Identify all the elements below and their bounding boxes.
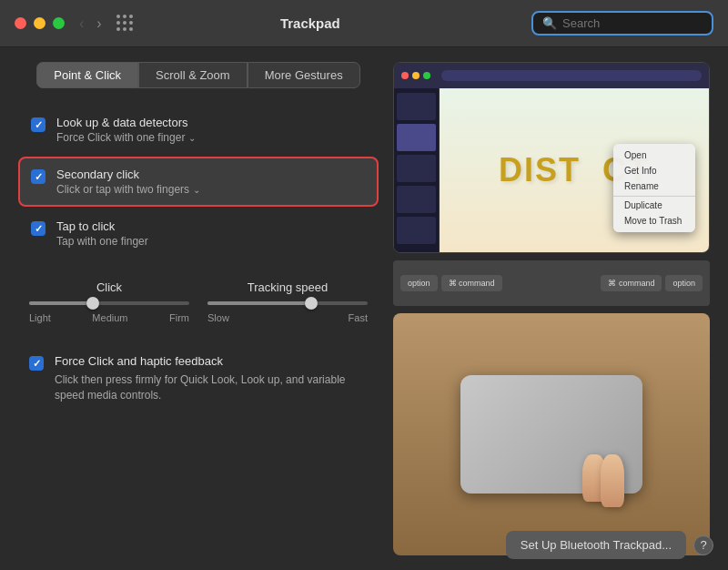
right-key-row: ⌘ command option <box>601 275 703 291</box>
close-button[interactable] <box>15 17 26 29</box>
click-slider-label: Click <box>96 280 122 294</box>
screen-main: DIST CT Open Get Info Rename Duplicate M… <box>440 88 709 252</box>
option-subtitle-secondary[interactable]: Click or tap with two fingers ⌄ <box>56 183 200 196</box>
option-subtitle-lookup[interactable]: Force Click with one finger ⌄ <box>56 131 196 144</box>
option-title-lookup: Look up & data detectors <box>56 116 196 129</box>
option-title-tap: Tap to click <box>56 219 148 233</box>
screen-dot-red <box>401 72 409 79</box>
traffic-lights <box>15 17 65 29</box>
screen-content: DIST CT Open Get Info Rename Duplicate M… <box>394 88 709 252</box>
context-item-duplicate: Duplicate <box>613 196 695 213</box>
sidebar-thumb-2 <box>397 124 436 151</box>
click-slider-group: Click Light Medium Firm <box>29 280 189 323</box>
fullscreen-button[interactable] <box>53 17 65 29</box>
search-icon: 🔍 <box>542 16 557 30</box>
option-text-lookup: Look up & data detectors Force Click wit… <box>56 116 196 144</box>
click-mark-firm: Firm <box>169 312 189 323</box>
fingers <box>582 454 624 507</box>
checkbox-force-click[interactable]: ✓ <box>29 356 44 371</box>
screen-dot-yellow <box>412 72 420 79</box>
tracking-slider-group: Tracking speed Slow Fast <box>207 280 368 323</box>
trackpad-area <box>393 313 710 555</box>
command-key-left: ⌘ command <box>441 275 502 291</box>
window-title: Trackpad <box>89 15 531 31</box>
bluetooth-trackpad-button[interactable]: Set Up Bluetooth Trackpad... <box>506 531 686 559</box>
sidebar-thumb-1 <box>397 93 436 120</box>
tab-bar: Point & Click Scroll & Zoom More Gesture… <box>18 62 379 88</box>
tracking-mark-slow: Slow <box>207 312 229 323</box>
bottom-bar: Set Up Bluetooth Trackpad... ? <box>506 531 713 559</box>
option-subtitle-tap: Tap with one finger <box>56 235 148 248</box>
back-button[interactable]: ‹ <box>76 14 87 34</box>
tab-more-gestures[interactable]: More Gestures <box>248 62 360 88</box>
main-content: Point & Click Scroll & Zoom More Gesture… <box>0 47 728 570</box>
options-list: ✓ Look up & data detectors Force Click w… <box>18 105 379 259</box>
option-secondary-click: ✓ Secondary click Click or tap with two … <box>18 157 379 207</box>
sidebar-thumb-3 <box>397 155 436 182</box>
screen-dot-green <box>423 72 430 79</box>
search-input[interactable] <box>562 16 703 30</box>
tab-point-click[interactable]: Point & Click <box>36 62 138 88</box>
option-force-click: ✓ Force Click and haptic feedback Click … <box>18 341 379 416</box>
option-title-secondary: Secondary click <box>56 168 200 181</box>
context-item-getinfo: Get Info <box>613 163 695 178</box>
option-lookup: ✓ Look up & data detectors Force Click w… <box>18 105 379 155</box>
checkmark-lookup: ✓ <box>35 119 43 131</box>
help-button[interactable]: ? <box>693 535 713 555</box>
sliders-section: Click Light Medium Firm Tracking speed <box>18 266 379 338</box>
tracking-slider-marks: Slow Fast <box>207 312 368 323</box>
option-key-left: option <box>400 275 438 291</box>
option-desc-force-click: Click then press firmly for Quick Look, … <box>55 372 364 403</box>
click-mark-light: Light <box>29 312 51 323</box>
command-key-right: ⌘ command <box>601 275 662 291</box>
left-panel: Point & Click Scroll & Zoom More Gesture… <box>18 62 379 555</box>
titlebar: ‹ › Trackpad 🔍 <box>0 0 728 47</box>
finger-2 <box>601 454 624 507</box>
click-mark-medium: Medium <box>92 312 127 323</box>
click-slider-track[interactable] <box>29 301 189 305</box>
sidebar-thumb-4 <box>397 186 436 213</box>
option-tap-click: ✓ Tap to click Tap with one finger <box>18 209 379 259</box>
context-item-rename: Rename <box>613 178 695 194</box>
chevron-secondary-icon: ⌄ <box>193 185 200 195</box>
checkbox-secondary[interactable]: ✓ <box>31 169 46 184</box>
search-bar[interactable]: 🔍 <box>531 11 713 36</box>
click-slider-marks: Light Medium Firm <box>29 312 189 323</box>
sidebar-thumb-5 <box>397 217 436 244</box>
trackpad-surface <box>460 375 642 494</box>
option-title-force-click: Force Click and haptic feedback <box>55 354 364 368</box>
screen-sidebar <box>394 88 440 252</box>
context-item-trash: Move to Trash <box>613 213 695 229</box>
right-panel: DIST CT Open Get Info Rename Duplicate M… <box>393 62 710 555</box>
context-menu: Open Get Info Rename Duplicate Move to T… <box>613 144 695 232</box>
chevron-lookup-icon: ⌄ <box>188 133 196 143</box>
minimize-button[interactable] <box>34 17 46 29</box>
option-text-secondary: Secondary click Click or tap with two fi… <box>56 168 200 196</box>
screen-toolbar <box>394 63 709 88</box>
checkmark-secondary: ✓ <box>35 171 43 183</box>
checkbox-tap[interactable]: ✓ <box>31 221 46 236</box>
tracking-slider-track[interactable] <box>207 301 368 305</box>
option-text-force-click: Force Click and haptic feedback Click th… <box>55 354 364 403</box>
tracking-mark-fast: Fast <box>349 312 368 323</box>
checkbox-lookup[interactable]: ✓ <box>31 117 46 132</box>
option-key-right: option <box>665 275 703 291</box>
checkmark-tap: ✓ <box>35 223 43 235</box>
option-text-tap: Tap to click Tap with one finger <box>56 219 148 248</box>
tracking-slider-label: Tracking speed <box>248 280 328 294</box>
left-key-row: option ⌘ command <box>400 275 502 291</box>
tab-scroll-zoom[interactable]: Scroll & Zoom <box>138 62 248 88</box>
context-item-open: Open <box>613 148 695 163</box>
preview-screen: DIST CT Open Get Info Rename Duplicate M… <box>393 62 710 253</box>
checkmark-force-click: ✓ <box>33 358 41 370</box>
keyboard-area: option ⌘ command ⌘ command option <box>393 260 710 306</box>
